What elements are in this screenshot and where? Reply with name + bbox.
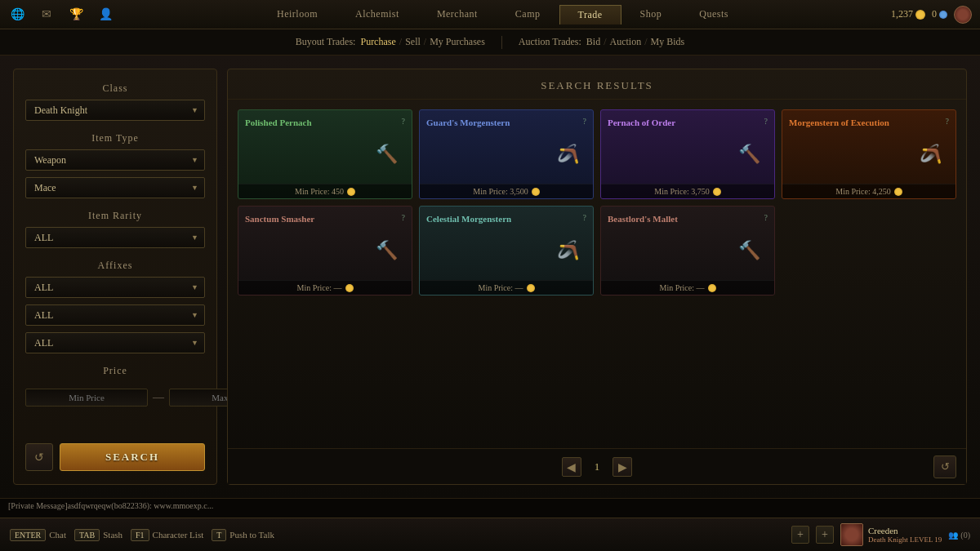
price-coin-icon <box>894 188 902 196</box>
affix1-select-wrapper: ALL <box>25 277 205 298</box>
item-image: 🔨 <box>608 131 768 177</box>
rarity-section: Item Rarity ALL <box>25 210 205 248</box>
item-price: Min Price: 3,750 <box>601 184 774 198</box>
class-select[interactable]: Death Knight <box>25 100 205 121</box>
item-question-icon: ? <box>402 117 405 126</box>
item-question-icon: ? <box>583 213 586 222</box>
add-char-button2[interactable]: + <box>816 526 834 544</box>
affix3-select-wrapper: ALL <box>25 332 205 353</box>
tab-merchant[interactable]: Merchant <box>418 4 497 24</box>
prev-page-button[interactable]: ◀ <box>562 457 581 477</box>
bid-link[interactable]: Bid <box>586 36 600 48</box>
my-purchases-link[interactable]: My Purchases <box>430 36 485 48</box>
class-label: Class <box>25 82 205 95</box>
item-card[interactable]: Polished Pernach ? 🔨 Min Price: 450 <box>238 109 412 199</box>
players-icon-glyph: 👥 <box>948 531 958 540</box>
item-card[interactable]: Beastlord's Mallet ? 🔨 Min Price: — <box>600 206 775 295</box>
item-card[interactable]: Pernach of Order ? 🔨 Min Price: 3,750 <box>600 109 775 199</box>
add-char-button[interactable]: + <box>791 526 809 544</box>
item-name: Sanctum Smasher <box>245 213 314 224</box>
tab-heirloom[interactable]: Heirloom <box>258 4 336 24</box>
item-name: Celestial Morgenstern <box>426 213 511 224</box>
affix3-select[interactable]: ALL <box>25 332 205 353</box>
hotkeys: ENTER Chat TAB Stash F1 Character List T… <box>10 529 274 541</box>
mace-select[interactable]: Mace <box>25 177 205 198</box>
nav-icons: 🌐 ✉ 🏆 👤 <box>8 6 114 24</box>
tab-key: TAB <box>74 529 100 541</box>
tab-shop[interactable]: Shop <box>621 4 681 24</box>
item-image: 🪃 <box>426 228 586 273</box>
trade-separator <box>501 36 502 49</box>
affix2-select[interactable]: ALL <box>25 304 205 326</box>
item-card[interactable]: Morgenstern of Execution ? 🪃 Min Price: … <box>782 109 956 199</box>
rarity-select[interactable]: ALL <box>25 227 205 248</box>
price-coin-icon <box>527 284 535 292</box>
nav-tabs: Heirloom Alchemist Merchant Camp Trade S… <box>258 4 747 24</box>
auction-link[interactable]: Auction <box>610 36 642 48</box>
person-icon[interactable]: 👤 <box>96 6 114 24</box>
item-question-icon: ? <box>764 213 768 222</box>
item-name: Beastlord's Mallet <box>608 213 678 224</box>
tab-trade[interactable]: Trade <box>559 5 621 24</box>
next-page-button[interactable]: ▶ <box>612 457 632 477</box>
enter-hotkey: ENTER Chat <box>10 529 66 541</box>
price-dash: — <box>153 391 164 404</box>
item-card[interactable]: Celestial Morgenstern ? 🪃 Min Price: — <box>419 206 594 295</box>
gold-display: 1,237 <box>891 8 925 20</box>
affix2-select-wrapper: ALL <box>25 304 205 326</box>
purchase-link[interactable]: Purchase <box>360 36 395 48</box>
char-class: Death Knight <box>868 535 908 544</box>
item-card[interactable]: Sanctum Smasher ? 🔨 Min Price: — <box>238 206 412 295</box>
rarity-select-wrapper: ALL <box>25 227 205 248</box>
t-key: T <box>212 529 226 541</box>
tab-quests[interactable]: Quests <box>680 4 747 24</box>
item-card[interactable]: Guard's Morgenstern ? 🪃 Min Price: 3,500 <box>419 109 594 199</box>
search-button[interactable]: SEARCH <box>60 443 205 471</box>
my-bids-link[interactable]: My Bids <box>651 36 685 48</box>
tab-camp[interactable]: Camp <box>497 4 559 24</box>
chat-label: Chat <box>49 530 66 540</box>
min-price-input[interactable] <box>25 389 148 407</box>
results-refresh-button[interactable]: ↺ <box>933 455 956 478</box>
item-price: Min Price: — <box>420 280 593 295</box>
currency-display: 1,237 0 <box>891 6 972 24</box>
tab-alchemist[interactable]: Alchemist <box>336 4 418 24</box>
item-name: Morgenstern of Execution <box>789 117 889 128</box>
avatar[interactable] <box>954 6 972 24</box>
price-coin-icon <box>347 188 355 196</box>
globe-icon[interactable]: 🌐 <box>8 6 26 24</box>
rarity-label: Item Rarity <box>25 210 205 222</box>
char-name: Creeden <box>868 526 942 535</box>
char-details: Creeden Death Knight LEVEL 19 <box>868 526 942 544</box>
top-nav: 🌐 ✉ 🏆 👤 Heirloom Alchemist Merchant Camp… <box>0 0 980 29</box>
mail-icon[interactable]: ✉ <box>38 6 56 24</box>
item-question-icon: ? <box>583 117 586 126</box>
gold-amount: 1,237 <box>891 8 913 20</box>
weapon-select-wrapper: Weapon <box>25 149 205 171</box>
blue-gem-icon <box>939 11 947 19</box>
character-avatar <box>840 523 863 546</box>
buyout-label: Buyout Trades: <box>296 36 356 48</box>
players-count: 👥 (0) <box>948 531 970 540</box>
trophy-icon[interactable]: 🏆 <box>67 6 85 24</box>
pagination-bar: ◀ 1 ▶ ↺ <box>228 448 966 484</box>
filter-panel: Class Death Knight Item Type Weapon Mace <box>13 69 217 485</box>
item-image: 🪃 <box>426 131 586 177</box>
sell-link[interactable]: Sell <box>405 36 421 48</box>
item-price: Min Price: 450 <box>238 184 412 198</box>
blue-amount: 0 <box>932 8 937 20</box>
f1-hotkey: F1 Character List <box>131 529 203 541</box>
stash-label: Stash <box>103 530 122 540</box>
character-area: + + Creeden Death Knight LEVEL 19 👥 (0) <box>791 523 970 546</box>
affix1-select[interactable]: ALL <box>25 277 205 298</box>
divider4: / <box>644 36 647 48</box>
results-grid: Polished Pernach ? 🔨 Min Price: 450 Guar… <box>228 100 966 448</box>
item-icon: 🔨 <box>368 136 405 173</box>
item-icon: 🔨 <box>731 136 768 173</box>
price-coin-icon <box>345 284 354 292</box>
players-number: (0) <box>960 531 970 540</box>
class-select-wrapper: Death Knight <box>25 100 205 121</box>
weapon-select[interactable]: Weapon <box>25 149 205 171</box>
char-class-level: Death Knight LEVEL 19 <box>868 535 942 544</box>
refresh-button[interactable]: ↺ <box>25 443 53 471</box>
